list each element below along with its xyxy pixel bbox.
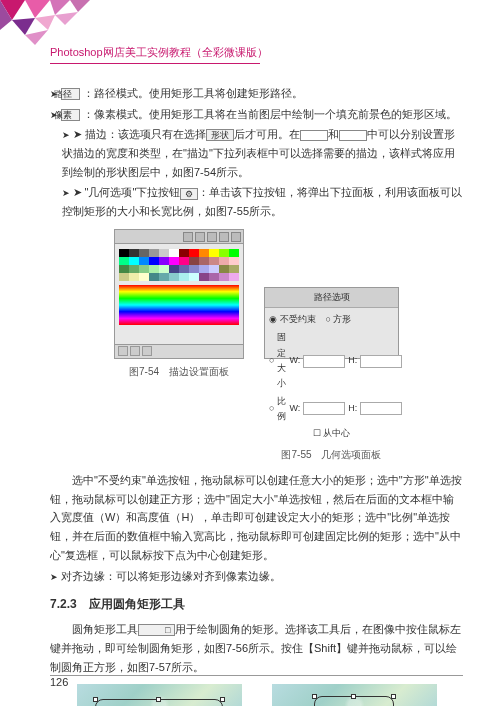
figure-7-54-caption: 图7-54 描边设置面板 (114, 363, 244, 380)
svg-marker-7 (70, 0, 90, 12)
ratio-row: ○ 比例 W: H: (269, 394, 394, 425)
width-input[interactable] (303, 355, 345, 368)
bullet-align-edge: 对齐边缘：可以将矩形边缘对齐到像素边缘。 (50, 567, 463, 586)
footer-line (50, 675, 463, 676)
figure-7-56: 图7-56 绘制圆角矩形 (77, 684, 242, 706)
radio-square: ○ 方形 (326, 312, 352, 327)
svg-marker-1 (25, 0, 50, 18)
stroke-type-field-icon (339, 130, 367, 141)
from-center-check: ☐ 从中心 (269, 426, 394, 441)
bullet-stroke: ➤ 描边：该选项只有在选择形状后才可用。在和中可以分别设置形状描边的宽度和类型，… (50, 125, 463, 181)
stroke-panel (114, 229, 244, 359)
bullet-pixel-mode: 像素 ：像素模式。使用矩形工具将在当前图层中绘制一个填充前景色的矩形区域。 (50, 105, 463, 124)
geometry-panel: 路径选项 ◉ 不受约束○ 方形 ○ 固定大小 W: H: ○ 比例 W: H: … (264, 287, 399, 359)
figure-7-54: 图7-54 描边设置面板 (114, 229, 244, 463)
paragraph-rounded-rect: 圆角矩形工具□用于绘制圆角的矩形。选择该工具后，在图像中按住鼠标左键并拖动，即可… (50, 620, 463, 676)
radio-unconstrained: ◉ 不受约束 (269, 312, 316, 327)
section-heading: 7.2.3 应用圆角矩形工具 (50, 594, 463, 614)
height-input[interactable] (360, 355, 402, 368)
svg-marker-3 (50, 0, 70, 15)
figure-7-57: 图7-57 绘制圆角正方形 (272, 684, 437, 706)
figure-7-55-caption: 图7-55 几何选项面板 (264, 446, 399, 463)
ratio-h-input[interactable] (360, 402, 402, 415)
paragraph-options: 选中"不受约束"单选按钮，拖动鼠标可以创建任意大小的矩形；选中"方形"单选按钮，… (50, 471, 463, 564)
pixel-mode-icon: 像素 (61, 109, 80, 121)
shape-icon: 形状 (206, 129, 234, 141)
geometry-panel-title: 路径选项 (265, 288, 398, 308)
bullet-path-mode: 路径 ：路径模式。使用矩形工具将创建矩形路径。 (50, 84, 463, 103)
fixed-size-row: ○ 固定大小 W: H: (269, 330, 394, 391)
svg-marker-6 (25, 30, 48, 45)
rounded-rect-tool-icon: □ (138, 624, 175, 636)
page-number: 126 (50, 676, 68, 688)
svg-marker-8 (55, 12, 78, 25)
path-mode-icon: 路径 (61, 88, 80, 100)
stroke-width-field-icon (300, 130, 328, 141)
figure-7-55: 路径选项 ◉ 不受约束○ 方形 ○ 固定大小 W: H: ○ 比例 W: H: … (264, 229, 399, 463)
rounded-rect-canvas (77, 684, 242, 706)
ratio-w-input[interactable] (303, 402, 345, 415)
rounded-square-canvas (272, 684, 437, 706)
svg-marker-2 (12, 18, 35, 35)
header-decoration (0, 0, 140, 70)
gear-icon: ⚙ (180, 188, 198, 200)
svg-marker-4 (35, 15, 55, 30)
bullet-geometry: ➤ "几何选项"下拉按钮⚙：单击该下拉按钮，将弹出下拉面板，利用该面板可以控制矩… (50, 183, 463, 220)
